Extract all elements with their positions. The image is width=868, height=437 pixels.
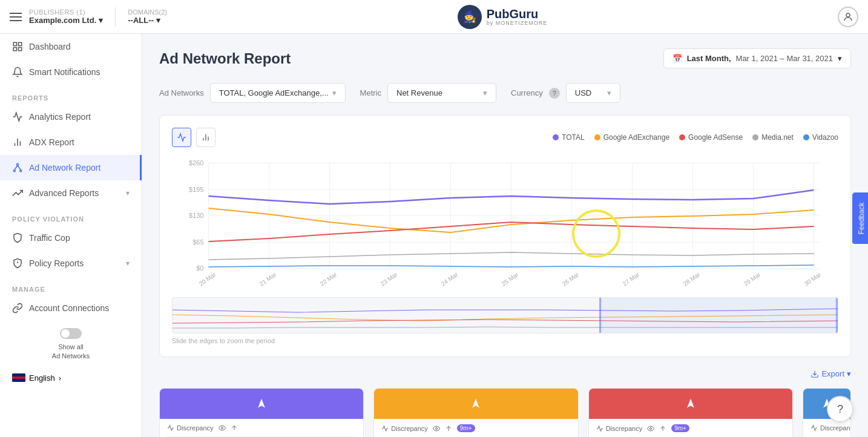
user-profile-button[interactable] [838,7,858,27]
view-btn-adexchange[interactable] [433,425,440,432]
timer-btn-adsense[interactable]: 9m+ [671,424,689,432]
bell-icon [12,67,23,77]
date-range-selector[interactable]: 📅 Last Month, Mar 1, 2021 – Mar 31, 2021… [663,48,851,68]
network-icon [12,162,23,173]
sort-icon-total [231,424,238,432]
adx-icon [12,137,23,148]
topnav: PUBLISHERS (1) Example.com Ltd. ▾ DOMAIN… [0,0,868,34]
discrepancy-icon-vidazoo [810,424,818,432]
sort-btn-adsense[interactable] [659,425,666,432]
domain-selector[interactable]: DOMAINS(2) --ALL-- ▾ [128,8,167,25]
page-title: Ad Network Report [159,50,291,67]
logo-subtitle: by MONETIZEMORE [487,20,548,26]
svg-text:26 Mar: 26 Mar [561,271,580,287]
nav-separator [115,7,116,27]
timer-btn-adexchange[interactable]: 9m+ [457,424,475,432]
export-section: Export ▾ [159,369,851,383]
sidebar-item-policy-reports[interactable]: Policy Reports ▾ [0,251,142,276]
svg-text:29 Mar: 29 Mar [743,271,762,287]
discrepancy-icon-adexchange [381,425,389,432]
discrepancy-btn-adsense[interactable]: Discrepancy [596,425,643,432]
currency-select[interactable]: USD ▾ [566,83,620,103]
dashboard-icon [12,41,23,52]
main-layout: Dashboard Smart Notifications REPORTS An… [0,34,868,437]
advanced-icon [12,188,23,199]
view-btn-total[interactable] [219,424,226,432]
svg-text:28 Mar: 28 Mar [682,271,702,287]
sidebar-item-adx-report[interactable]: ADX Report [0,130,142,155]
svg-text:27 Mar: 27 Mar [622,271,641,287]
metric-select[interactable]: Net Revenue ▾ [387,83,496,103]
line-chart-button[interactable] [172,128,191,147]
zoom-bar[interactable] [172,297,838,334]
help-button[interactable]: ? [827,396,853,422]
show-all-label: Show allAd Networks [52,343,90,361]
sidebar-item-advanced-reports[interactable]: Advanced Reports ▾ [0,180,142,206]
eye-icon-adsense [647,425,654,432]
sidebar-item-account-connections[interactable]: Account Connections [0,295,142,321]
svg-text:$65: $65 [192,238,203,246]
card-adexchange: Discrepancy 9m+ GOOGLE ADEXCHANGE [373,388,578,437]
sort-btn-total[interactable] [231,424,238,432]
zoom-chart-svg [173,298,838,333]
date-label: Last Month, [687,54,731,63]
timer-badge-adsense: 9m+ [671,424,689,432]
view-btn-adsense[interactable] [647,425,654,432]
show-all-toggle[interactable] [60,328,82,339]
chart-legend: TOTAL Google AdExchange Google AdSense M… [553,133,838,142]
svg-text:23 Mar: 23 Mar [380,271,399,287]
sidebar-label-dashboard: Dashboard [29,42,71,51]
svg-text:22 Mar: 22 Mar [319,271,338,287]
card-up-icon-adsense [685,398,697,410]
policy-icon [12,258,23,269]
hamburger-menu[interactable] [10,13,22,21]
policy-expand-icon: ▾ [126,259,130,268]
svg-rect-4 [19,48,22,51]
domains-label: DOMAINS(2) [128,8,167,16]
legend-dot-total [553,134,559,140]
publishers-label: PUBLISHERS (1) [29,8,103,16]
ad-networks-value: TOTAL, Google AdExchange,... [219,88,329,97]
svg-text:$130: $130 [189,212,203,219]
sidebar-item-traffic-cop[interactable]: Traffic Cop [0,225,142,251]
network-cards-row: Discrepancy TOTAL [159,388,851,437]
svg-rect-3 [13,48,16,51]
ad-networks-chevron-icon: ▾ [332,88,337,97]
metric-chevron-icon: ▾ [483,88,487,97]
sort-btn-adexchange[interactable] [445,425,452,432]
language-switcher[interactable]: English › [0,369,142,387]
discrepancy-btn-adexchange[interactable]: Discrepancy [381,425,428,432]
discrepancy-btn-vidazoo[interactable]: Discrepancy [810,424,851,432]
sidebar-item-dashboard[interactable]: Dashboard [0,34,142,59]
card-up-icon-total [255,398,268,410]
svg-text:20 Mar: 20 Mar [198,271,217,287]
publisher-value: Example.com Ltd. ▾ [29,16,103,25]
legend-dot-adsense [679,134,685,140]
show-all-networks-section: Show allAd Networks [0,321,142,369]
card-header-total [160,389,363,419]
bar-chart-button[interactable] [196,128,215,147]
svg-text:21 Mar: 21 Mar [258,271,278,287]
sidebar-item-smart-notifications[interactable]: Smart Notifications [0,59,142,85]
sidebar-label-policy-reports: Policy Reports [29,258,84,268]
shield-icon [12,232,23,243]
flag-icon [12,373,25,382]
discrepancy-btn-total[interactable]: Discrepancy [167,424,214,432]
logo: 🧙 PubGuru by MONETIZEMORE [458,5,548,29]
export-button[interactable]: Export ▾ [810,369,851,378]
svg-text:$0: $0 [196,264,203,272]
feedback-tab[interactable]: Feedback [853,193,868,245]
legend-label-adsense: Google AdSense [688,133,743,142]
sidebar-label-account-connections: Account Connections [29,303,109,313]
publisher-selector[interactable]: PUBLISHERS (1) Example.com Ltd. ▾ [29,8,103,25]
legend-adsense: Google AdSense [679,133,743,142]
card-header-adsense [589,389,792,419]
currency-help-icon[interactable]: ? [549,88,560,99]
svg-line-12 [18,165,21,170]
sidebar-item-ad-network-report[interactable]: Ad Network Report [0,155,142,180]
svg-point-61 [650,427,652,429]
legend-label-total: TOTAL [562,133,585,142]
sidebar-label-traffic-cop: Traffic Cop [29,233,70,243]
sidebar-item-analytics-report[interactable]: Analytics Report [0,104,142,130]
ad-networks-select[interactable]: TOTAL, Google AdExchange,... ▾ [210,83,346,103]
